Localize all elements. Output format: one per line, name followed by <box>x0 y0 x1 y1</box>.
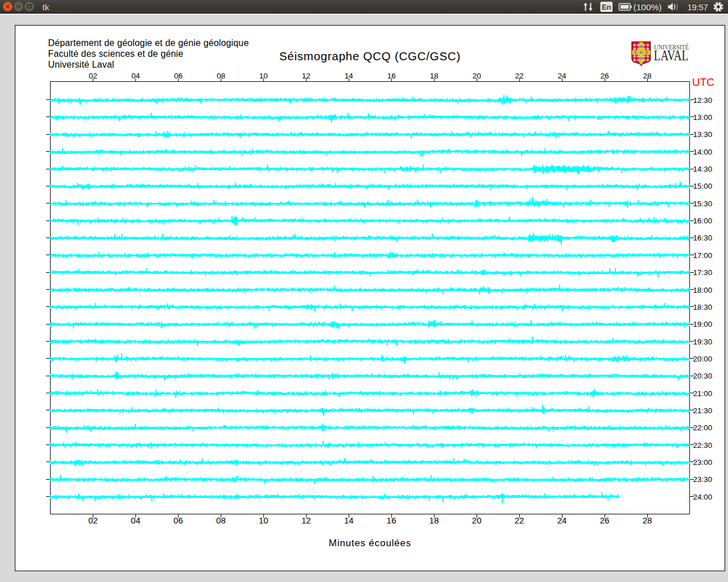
svg-text:13:30: 13:30 <box>693 130 713 139</box>
svg-text:17:30: 17:30 <box>693 268 713 277</box>
svg-text:17:00: 17:00 <box>693 251 713 260</box>
svg-text:19:00: 19:00 <box>693 320 713 329</box>
svg-text:14:30: 14:30 <box>693 165 713 173</box>
svg-text:21:00: 21:00 <box>693 389 713 398</box>
svg-text:23:00: 23:00 <box>693 458 713 467</box>
svg-text:23:30: 23:30 <box>693 475 713 484</box>
svg-text:18:00: 18:00 <box>693 286 713 294</box>
svg-text:21:30: 21:30 <box>693 406 713 415</box>
svg-text:LAVAL: LAVAL <box>654 48 689 63</box>
svg-text:Université Laval: Université Laval <box>48 60 114 69</box>
svg-text:16:00: 16:00 <box>693 217 713 225</box>
svg-text:15:00: 15:00 <box>693 182 713 190</box>
svg-text:20:30: 20:30 <box>693 372 713 380</box>
svg-text:UTC: UTC <box>692 76 714 88</box>
svg-text:24:00: 24:00 <box>693 493 713 501</box>
svg-text:20:00: 20:00 <box>693 355 713 363</box>
svg-text:Département de géologie et de: Département de géologie et de génie géol… <box>48 38 249 48</box>
svg-text:12:30: 12:30 <box>693 96 713 105</box>
svg-text:En: En <box>602 3 611 11</box>
svg-text:14:00: 14:00 <box>693 148 713 156</box>
svg-text:18:30: 18:30 <box>693 303 713 311</box>
svg-text:22:00: 22:00 <box>693 423 713 432</box>
svg-text:16:30: 16:30 <box>693 234 713 242</box>
svg-text:tk: tk <box>43 2 49 12</box>
svg-text:22:30: 22:30 <box>693 441 713 450</box>
svg-text:15:30: 15:30 <box>693 199 713 208</box>
svg-text:(100%): (100%) <box>634 2 662 12</box>
svg-text:Faculté des sciences et de gén: Faculté des sciences et de génie <box>48 49 184 59</box>
svg-text:Minutes écoulées: Minutes écoulées <box>329 538 411 548</box>
svg-text:13:00: 13:00 <box>693 113 713 122</box>
svg-text:19:57: 19:57 <box>688 2 708 12</box>
svg-text:19:30: 19:30 <box>693 338 713 346</box>
svg-text:Séismographe QCQ (CGC/GSC): Séismographe QCQ (CGC/GSC) <box>279 49 461 63</box>
